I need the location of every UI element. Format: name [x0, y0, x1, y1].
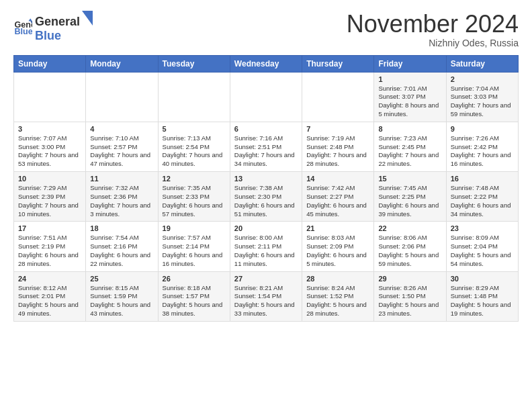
cell-week3-day1: 11Sunrise: 7:32 AM Sunset: 2:36 PM Dayli…: [86, 172, 158, 222]
day-info: Sunrise: 7:29 AM Sunset: 2:39 PM Dayligh…: [18, 184, 81, 218]
day-number: 8: [378, 125, 441, 133]
cell-week3-day3: 13Sunrise: 7:38 AM Sunset: 2:30 PM Dayli…: [230, 172, 302, 222]
header-friday: Friday: [374, 55, 446, 72]
day-number: 15: [378, 175, 441, 183]
day-number: 7: [306, 125, 369, 133]
cell-week5-day4: 28Sunrise: 8:24 AM Sunset: 1:52 PM Dayli…: [302, 271, 374, 321]
cell-week5-day2: 26Sunrise: 8:18 AM Sunset: 1:57 PM Dayli…: [158, 271, 230, 321]
logo-triangle-icon: [81, 11, 93, 26]
header: General Blue General Blue November 2024 …: [13, 11, 519, 48]
cell-week1-day3: [230, 72, 302, 122]
day-info: Sunrise: 7:45 AM Sunset: 2:25 PM Dayligh…: [378, 184, 441, 218]
day-info: Sunrise: 8:09 AM Sunset: 2:04 PM Dayligh…: [451, 234, 514, 268]
cell-week2-day4: 7Sunrise: 7:19 AM Sunset: 2:48 PM Daylig…: [302, 122, 374, 171]
cell-week2-day1: 4Sunrise: 7:10 AM Sunset: 2:57 PM Daylig…: [86, 122, 158, 171]
cell-week2-day2: 5Sunrise: 7:13 AM Sunset: 2:54 PM Daylig…: [158, 122, 230, 171]
week-row-5: 24Sunrise: 8:12 AM Sunset: 2:01 PM Dayli…: [14, 271, 519, 321]
day-number: 24: [18, 275, 81, 283]
day-info: Sunrise: 7:38 AM Sunset: 2:30 PM Dayligh…: [234, 184, 298, 218]
cell-week3-day2: 12Sunrise: 7:35 AM Sunset: 2:33 PM Dayli…: [158, 172, 230, 222]
cell-week2-day6: 9Sunrise: 7:26 AM Sunset: 2:42 PM Daylig…: [446, 122, 518, 171]
day-info: Sunrise: 7:23 AM Sunset: 2:45 PM Dayligh…: [378, 134, 441, 169]
day-number: 1: [378, 75, 441, 83]
header-saturday: Saturday: [446, 55, 518, 72]
day-number: 30: [451, 275, 514, 283]
calendar-table: Sunday Monday Tuesday Wednesday Thursday…: [13, 55, 519, 322]
day-info: Sunrise: 7:48 AM Sunset: 2:22 PM Dayligh…: [451, 184, 514, 218]
logo-icon: General Blue: [13, 17, 32, 36]
day-number: 29: [378, 275, 441, 283]
week-row-3: 10Sunrise: 7:29 AM Sunset: 2:39 PM Dayli…: [14, 172, 519, 222]
day-info: Sunrise: 7:51 AM Sunset: 2:19 PM Dayligh…: [18, 234, 81, 268]
cell-week2-day0: 3Sunrise: 7:07 AM Sunset: 3:00 PM Daylig…: [14, 122, 86, 171]
day-info: Sunrise: 7:10 AM Sunset: 2:57 PM Dayligh…: [90, 134, 153, 169]
day-info: Sunrise: 8:18 AM Sunset: 1:57 PM Dayligh…: [163, 284, 226, 318]
cell-week4-day2: 19Sunrise: 7:57 AM Sunset: 2:14 PM Dayli…: [158, 222, 230, 271]
location-subtitle: Nizhniy Odes, Russia: [347, 38, 519, 48]
day-info: Sunrise: 7:13 AM Sunset: 2:54 PM Dayligh…: [163, 134, 226, 169]
day-info: Sunrise: 8:06 AM Sunset: 2:06 PM Dayligh…: [378, 234, 441, 268]
svg-marker-4: [82, 11, 93, 26]
day-info: Sunrise: 8:03 AM Sunset: 2:09 PM Dayligh…: [306, 234, 369, 268]
cell-week2-day5: 8Sunrise: 7:23 AM Sunset: 2:45 PM Daylig…: [374, 122, 446, 171]
page: General Blue General Blue November 2024 …: [0, 0, 532, 411]
day-info: Sunrise: 8:15 AM Sunset: 1:59 PM Dayligh…: [90, 284, 153, 318]
cell-week5-day0: 24Sunrise: 8:12 AM Sunset: 2:01 PM Dayli…: [14, 271, 86, 321]
cell-week4-day0: 17Sunrise: 7:51 AM Sunset: 2:19 PM Dayli…: [14, 222, 86, 271]
cell-week4-day4: 21Sunrise: 8:03 AM Sunset: 2:09 PM Dayli…: [302, 222, 374, 271]
cell-week5-day6: 30Sunrise: 8:29 AM Sunset: 1:48 PM Dayli…: [446, 271, 518, 321]
day-number: 19: [163, 224, 226, 232]
logo-blue: Blue: [35, 29, 61, 42]
header-monday: Monday: [86, 55, 158, 72]
logo-general: General: [35, 15, 80, 29]
header-thursday: Thursday: [302, 55, 374, 72]
cell-week5-day3: 27Sunrise: 8:21 AM Sunset: 1:54 PM Dayli…: [230, 271, 302, 321]
day-info: Sunrise: 8:26 AM Sunset: 1:50 PM Dayligh…: [378, 284, 441, 318]
week-row-4: 17Sunrise: 7:51 AM Sunset: 2:19 PM Dayli…: [14, 222, 519, 271]
day-number: 14: [306, 175, 369, 183]
svg-text:Blue: Blue: [14, 27, 32, 36]
cell-week4-day1: 18Sunrise: 7:54 AM Sunset: 2:16 PM Dayli…: [86, 222, 158, 271]
cell-week4-day5: 22Sunrise: 8:06 AM Sunset: 2:06 PM Dayli…: [374, 222, 446, 271]
day-number: 10: [18, 175, 81, 183]
day-info: Sunrise: 8:21 AM Sunset: 1:54 PM Dayligh…: [234, 284, 298, 318]
day-info: Sunrise: 7:54 AM Sunset: 2:16 PM Dayligh…: [90, 234, 153, 268]
weekday-header-row: Sunday Monday Tuesday Wednesday Thursday…: [14, 55, 519, 72]
day-number: 9: [451, 125, 514, 133]
month-title: November 2024: [347, 11, 519, 38]
logo: General Blue General Blue: [13, 11, 93, 43]
day-info: Sunrise: 7:07 AM Sunset: 3:00 PM Dayligh…: [18, 134, 81, 169]
day-number: 16: [451, 175, 514, 183]
day-info: Sunrise: 7:01 AM Sunset: 3:07 PM Dayligh…: [378, 85, 441, 119]
title-block: November 2024 Nizhniy Odes, Russia: [347, 11, 519, 48]
day-number: 4: [90, 125, 153, 133]
cell-week1-day0: [14, 72, 86, 122]
day-number: 20: [234, 224, 298, 232]
cell-week3-day0: 10Sunrise: 7:29 AM Sunset: 2:39 PM Dayli…: [14, 172, 86, 222]
cell-week1-day6: 2Sunrise: 7:04 AM Sunset: 3:03 PM Daylig…: [446, 72, 518, 122]
cell-week1-day4: [302, 72, 374, 122]
cell-week2-day3: 6Sunrise: 7:16 AM Sunset: 2:51 PM Daylig…: [230, 122, 302, 171]
week-row-1: 1Sunrise: 7:01 AM Sunset: 3:07 PM Daylig…: [14, 72, 519, 122]
day-number: 11: [90, 175, 153, 183]
day-info: Sunrise: 7:32 AM Sunset: 2:36 PM Dayligh…: [90, 184, 153, 218]
day-number: 22: [378, 224, 441, 232]
day-number: 25: [90, 275, 153, 283]
header-sunday: Sunday: [14, 55, 86, 72]
day-number: 3: [18, 125, 81, 133]
day-number: 17: [18, 224, 81, 232]
day-number: 21: [306, 224, 369, 232]
cell-week3-day6: 16Sunrise: 7:48 AM Sunset: 2:22 PM Dayli…: [446, 172, 518, 222]
svg-marker-2: [28, 18, 32, 21]
day-info: Sunrise: 7:35 AM Sunset: 2:33 PM Dayligh…: [163, 184, 226, 218]
cell-week5-day1: 25Sunrise: 8:15 AM Sunset: 1:59 PM Dayli…: [86, 271, 158, 321]
cell-week5-day5: 29Sunrise: 8:26 AM Sunset: 1:50 PM Dayli…: [374, 271, 446, 321]
week-row-2: 3Sunrise: 7:07 AM Sunset: 3:00 PM Daylig…: [14, 122, 519, 171]
day-info: Sunrise: 8:24 AM Sunset: 1:52 PM Dayligh…: [306, 284, 369, 318]
day-number: 12: [163, 175, 226, 183]
day-number: 5: [163, 125, 226, 133]
header-wednesday: Wednesday: [230, 55, 302, 72]
cell-week3-day5: 15Sunrise: 7:45 AM Sunset: 2:25 PM Dayli…: [374, 172, 446, 222]
header-tuesday: Tuesday: [158, 55, 230, 72]
day-info: Sunrise: 7:26 AM Sunset: 2:42 PM Dayligh…: [451, 134, 514, 169]
